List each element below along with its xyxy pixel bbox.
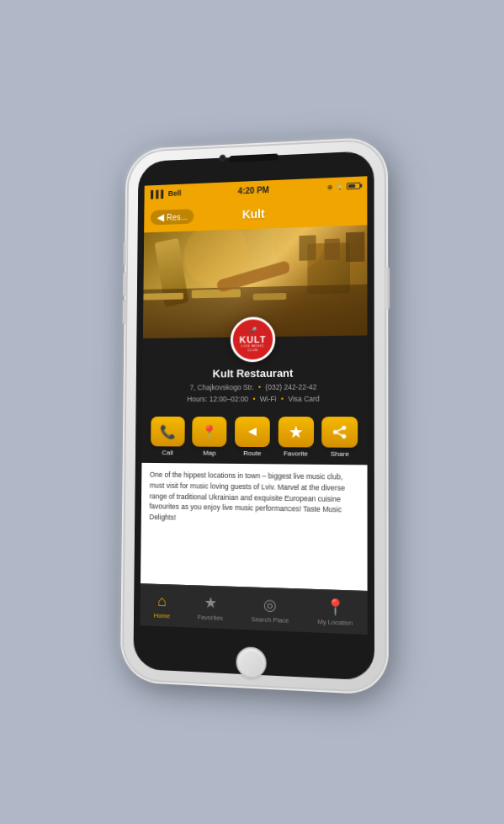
carrier-signal: ▌▌▌ Bell [151, 189, 181, 198]
home-button[interactable] [236, 646, 266, 678]
favorite-icon: ★ [278, 417, 313, 447]
share-button[interactable]: Share [321, 417, 358, 458]
search-place-tab-label: Search Place [251, 615, 289, 625]
tab-my-location[interactable]: 📍 My Location [317, 597, 353, 627]
call-button[interactable]: 📞 Call [150, 417, 184, 457]
camera [219, 154, 225, 161]
map-label: Map [203, 449, 215, 456]
status-time: 4:20 PM [237, 184, 268, 194]
favorites-tab-label: Favorites [197, 613, 222, 621]
back-label: Res... [166, 211, 187, 221]
favorite-button[interactable]: ★ Favorite [278, 417, 313, 458]
favorites-icon: ★ [204, 593, 217, 612]
map-button[interactable]: 📍 Map [192, 417, 226, 457]
restaurant-hours: Hours: 12:00–02:00 • Wi-Fi • Visa Card [150, 393, 358, 405]
route-label: Route [243, 449, 261, 457]
home-icon: ⌂ [157, 592, 167, 609]
description-text: One of the hippest locations in town – b… [149, 470, 358, 527]
location-icon: ⊕ [326, 183, 332, 190]
phone-inner: ▌▌▌ Bell 4:20 PM ⊕ 🔒 ◀ Res... K [133, 150, 374, 680]
logo-mic-icon: 🎤 [248, 327, 257, 334]
my-location-icon: 📍 [325, 597, 344, 617]
info-section: Kult Restaurant 7, Chajkovskogo Str. • (… [142, 360, 367, 409]
phone-frame: ▌▌▌ Bell 4:20 PM ⊕ 🔒 ◀ Res... K [123, 140, 385, 691]
svg-marker-10 [247, 428, 256, 436]
back-button[interactable]: ◀ Res... [150, 209, 194, 225]
restaurant-address: 7, Chajkovskogo Str. • (032) 242-22-42 [150, 381, 358, 394]
page-title: Kult [241, 206, 264, 221]
route-icon [235, 417, 270, 447]
route-button[interactable]: Route [234, 417, 269, 457]
status-icons: ⊕ 🔒 [326, 182, 360, 191]
svg-rect-2 [191, 289, 240, 298]
call-icon: 📞 [150, 417, 184, 447]
my-location-tab-label: My Location [317, 618, 353, 627]
action-buttons-row: 📞 Call 📍 Map Route ★ [141, 410, 367, 465]
lock-icon: 🔒 [335, 182, 343, 189]
logo-name: KULT [239, 334, 266, 343]
favorite-label: Favorite [283, 449, 307, 457]
tab-home[interactable]: ⌂ Home [153, 592, 170, 619]
search-place-icon: ◎ [263, 595, 276, 614]
call-label: Call [162, 449, 172, 456]
screen: ▌▌▌ Bell 4:20 PM ⊕ 🔒 ◀ Res... K [140, 176, 367, 635]
back-arrow-icon: ◀ [157, 211, 164, 223]
restaurant-name: Kult Restaurant [150, 366, 358, 380]
logo-container: 🎤 KULT LIVE MUSICCLUB [142, 315, 367, 363]
tab-search-place[interactable]: ◎ Search Place [251, 594, 289, 624]
svg-line-14 [335, 428, 343, 432]
battery-icon [346, 182, 359, 189]
logo-subtitle: LIVE MUSICCLUB [241, 343, 263, 352]
map-icon: 📍 [192, 417, 226, 447]
tab-bar: ⌂ Home ★ Favorites ◎ Search Place 📍 My L… [140, 583, 367, 635]
svg-rect-6 [345, 231, 363, 262]
svg-rect-3 [252, 292, 286, 300]
logo: 🎤 KULT LIVE MUSICCLUB [230, 316, 275, 362]
svg-rect-5 [324, 238, 339, 260]
share-label: Share [330, 449, 348, 457]
tab-favorites[interactable]: ★ Favorites [197, 593, 223, 621]
share-icon [321, 417, 358, 448]
description-section: One of the hippest locations in town – b… [141, 463, 368, 591]
home-tab-label: Home [153, 611, 169, 619]
